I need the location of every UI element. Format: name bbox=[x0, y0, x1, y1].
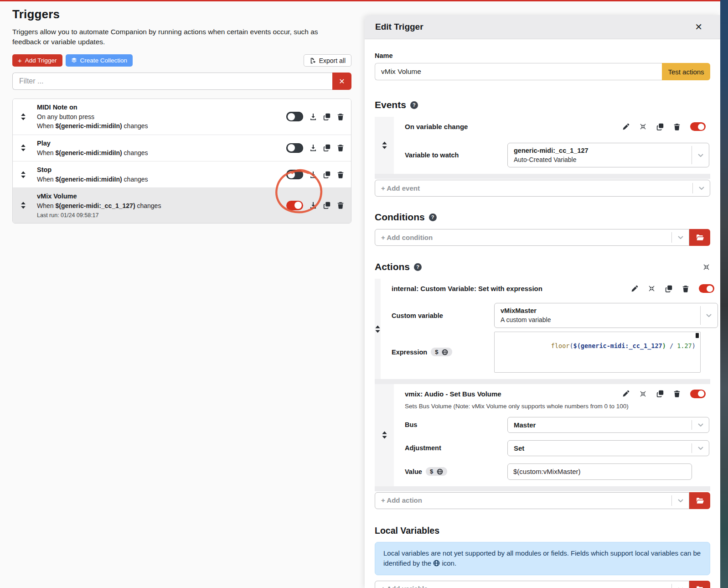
trigger-last-run: Last run: 01/24 09:58:17 bbox=[37, 211, 286, 219]
action-enable-toggle[interactable] bbox=[699, 284, 714, 293]
duplicate-trigger-icon[interactable] bbox=[323, 113, 330, 120]
help-icon[interactable]: ? bbox=[414, 263, 422, 271]
page-title: Triggers bbox=[12, 7, 351, 21]
value-control bbox=[507, 463, 709, 480]
custom-variable-select[interactable]: vMixMaster A custom variable bbox=[494, 303, 718, 328]
action-enable-toggle[interactable] bbox=[690, 390, 706, 398]
edit-icon[interactable] bbox=[622, 390, 630, 397]
events-heading: Events ? bbox=[375, 99, 710, 110]
trigger-enable-toggle[interactable] bbox=[286, 112, 303, 121]
delete-trigger-icon[interactable] bbox=[337, 144, 344, 151]
bus-control: Master bbox=[507, 417, 709, 433]
trigger-enable-toggle[interactable] bbox=[286, 201, 303, 210]
action-presets-button[interactable] bbox=[689, 492, 710, 509]
duplicate-icon[interactable] bbox=[656, 123, 664, 130]
drag-handle-icon[interactable] bbox=[17, 202, 29, 209]
export-trigger-icon[interactable] bbox=[310, 171, 317, 178]
trigger-when: When $(generic-midi:midiIn) changes bbox=[37, 121, 286, 130]
variable-presets-button[interactable] bbox=[689, 581, 710, 588]
adjustment-select[interactable]: Set bbox=[507, 440, 709, 456]
toggle-knob bbox=[707, 286, 713, 292]
export-trigger-icon[interactable] bbox=[310, 202, 317, 209]
trigger-row-midi-note-on[interactable]: MIDI Note on On any button press When $(… bbox=[13, 99, 351, 135]
trigger-enable-toggle[interactable] bbox=[286, 170, 303, 179]
duplicate-trigger-icon[interactable] bbox=[323, 171, 330, 178]
collapse-icon[interactable] bbox=[639, 390, 647, 398]
file-export-icon bbox=[310, 57, 316, 64]
help-icon[interactable]: ? bbox=[410, 101, 418, 109]
duplicate-trigger-icon[interactable] bbox=[323, 202, 330, 209]
bus-select[interactable]: Master bbox=[507, 417, 709, 433]
drag-handle-icon[interactable] bbox=[17, 171, 29, 178]
drag-handle-icon[interactable] bbox=[375, 279, 381, 379]
drag-handle-icon[interactable] bbox=[375, 117, 394, 174]
drag-handle-icon[interactable] bbox=[17, 113, 29, 120]
trigger-row-play[interactable]: Play When $(generic-midi:midiIn) changes bbox=[13, 135, 351, 161]
edit-icon[interactable] bbox=[631, 285, 638, 292]
variable-to-watch-row: Variable to watch generic-midi:_cc_1_127… bbox=[405, 143, 709, 167]
filter-clear-button[interactable]: ✕ bbox=[332, 73, 351, 90]
edit-icon[interactable] bbox=[622, 123, 630, 130]
condition-presets-button[interactable] bbox=[689, 229, 710, 246]
chevron-down-icon bbox=[672, 581, 689, 588]
name-label: Name bbox=[375, 52, 710, 59]
delete-icon[interactable] bbox=[673, 390, 681, 397]
filter-bar: ✕ bbox=[12, 73, 351, 90]
token-operator: / bbox=[666, 342, 677, 349]
token-paren: ( bbox=[569, 342, 573, 349]
add-event-select[interactable]: + Add event bbox=[375, 180, 710, 197]
delete-icon[interactable] bbox=[682, 285, 689, 292]
trigger-info: MIDI Note on On any button press When $(… bbox=[37, 103, 286, 131]
delete-trigger-icon[interactable] bbox=[337, 171, 344, 178]
variable-to-watch-select[interactable]: generic-midi:_cc_1_127 Auto-Created Vari… bbox=[507, 143, 709, 167]
token-variable: $(generic-midi:_cc_1_127 bbox=[573, 342, 662, 349]
export-all-button[interactable]: Export all bbox=[304, 54, 351, 67]
collapse-all-icon[interactable] bbox=[702, 263, 710, 271]
name-row: Test actions bbox=[375, 63, 710, 80]
delete-trigger-icon[interactable] bbox=[337, 202, 344, 209]
duplicate-icon[interactable] bbox=[665, 285, 672, 292]
folder-open-icon bbox=[696, 497, 704, 504]
trigger-title: MIDI Note on bbox=[37, 103, 286, 112]
trigger-title: vMix Volume bbox=[37, 192, 286, 201]
local-variables-heading-label: Local Variables bbox=[375, 526, 439, 536]
action-card-vmix-bus-volume: vmix: Audio - Set Bus Volume Sets Bus Vo… bbox=[375, 384, 710, 486]
add-event-placeholder: + Add event bbox=[381, 184, 420, 193]
trigger-enable-toggle[interactable] bbox=[286, 143, 303, 153]
token-function: floor bbox=[551, 342, 570, 349]
panel-header: Edit Trigger ✕ bbox=[365, 15, 720, 39]
duplicate-icon[interactable] bbox=[656, 390, 664, 397]
trigger-name-input[interactable] bbox=[375, 63, 662, 80]
add-condition-select[interactable]: + Add condition bbox=[375, 229, 689, 246]
event-enable-toggle[interactable] bbox=[690, 122, 706, 131]
drag-handle-icon[interactable] bbox=[17, 144, 29, 151]
create-collection-button[interactable]: Create Collection bbox=[66, 54, 133, 67]
conditions-heading: Conditions ? bbox=[375, 212, 710, 223]
value-input[interactable] bbox=[507, 463, 692, 480]
add-trigger-button[interactable]: + Add Trigger bbox=[12, 54, 62, 67]
trigger-controls bbox=[286, 170, 344, 179]
chevron-down-icon bbox=[692, 143, 709, 167]
test-actions-button[interactable]: Test actions bbox=[662, 63, 710, 80]
action-card-main: vmix: Audio - Set Bus Volume Sets Bus Vo… bbox=[394, 384, 710, 486]
expression-label-wrap: Expression $ bbox=[392, 348, 494, 356]
close-icon[interactable]: ✕ bbox=[695, 22, 702, 31]
add-variable-select[interactable]: + Add variable bbox=[375, 581, 689, 588]
filter-input[interactable] bbox=[12, 73, 332, 90]
delete-trigger-icon[interactable] bbox=[337, 113, 344, 120]
event-title: On variable change bbox=[405, 123, 468, 130]
trigger-row-vmix-volume[interactable]: vMix Volume When $(generic-midi:_cc_1_12… bbox=[13, 187, 351, 223]
delete-icon[interactable] bbox=[673, 123, 681, 130]
export-trigger-icon[interactable] bbox=[310, 144, 317, 151]
expression-editor[interactable]: floor($(generic-midi:_cc_1_127) / 1.27) bbox=[494, 332, 701, 373]
collapse-icon[interactable] bbox=[648, 285, 656, 292]
drag-handle-icon[interactable] bbox=[375, 384, 394, 486]
select-value-line2: Auto-Created Variable bbox=[514, 156, 686, 164]
value-label-wrap: Value $ bbox=[405, 467, 507, 476]
trigger-row-stop[interactable]: Stop When $(generic-midi:midiIn) changes bbox=[13, 161, 351, 187]
add-action-select[interactable]: + Add action bbox=[375, 492, 689, 509]
help-icon[interactable]: ? bbox=[429, 213, 437, 221]
duplicate-trigger-icon[interactable] bbox=[323, 144, 330, 151]
collapse-icon[interactable] bbox=[639, 123, 647, 130]
export-trigger-icon[interactable] bbox=[310, 113, 317, 120]
